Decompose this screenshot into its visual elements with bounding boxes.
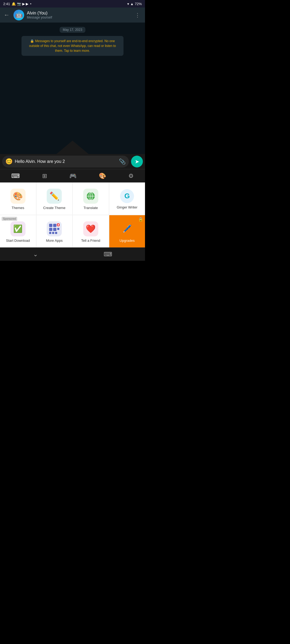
ginger-writer-icon: G — [120, 189, 134, 203]
extensions-toolbar-icon[interactable]: ⊞ — [40, 170, 49, 182]
ginger-writer-label: Ginger Writer — [117, 205, 137, 209]
chat-info[interactable]: Alvin (You) Message yourself — [27, 11, 130, 19]
date-badge: May 17, 2023 — [60, 27, 86, 33]
app-item-ginger-writer[interactable]: G Ginger Writer — [109, 182, 145, 215]
start-download-label: Start Download — [6, 239, 30, 243]
avatar: 🤖 — [13, 10, 24, 20]
app-item-upgrades[interactable]: 🔒 🖊️ Upgrades — [109, 215, 145, 247]
contact-subtitle: Message yourself — [27, 16, 130, 19]
upgrades-icon: 🖊️ — [119, 221, 135, 236]
input-bar: 😊 📎 ➤ — [0, 154, 145, 169]
bottom-nav: ⌄ ⌨ — [0, 247, 145, 261]
svg-rect-13 — [55, 232, 57, 234]
app-item-start-download[interactable]: Sponsored ✅ Start Download — [0, 215, 36, 247]
svg-rect-5 — [53, 224, 56, 227]
notification-icons: 🔔 📷 ▶ ▶ — [12, 2, 28, 6]
send-button[interactable]: ➤ — [131, 156, 143, 167]
app-item-translate[interactable]: Translate — [73, 182, 109, 215]
create-theme-icon: ✏️ — [47, 189, 62, 204]
app-grid: 🎨 Themes ✏️ Create Theme Translate G Gin… — [0, 182, 145, 247]
emoji-button[interactable]: 😊 — [5, 158, 13, 165]
signal-icon: ▲ — [130, 2, 134, 6]
app-item-create-theme[interactable]: ✏️ Create Theme — [37, 182, 73, 215]
status-right: ▾ ▲ 72% — [127, 2, 142, 6]
more-options-button[interactable]: ⋮ — [133, 11, 142, 19]
translate-globe-svg — [86, 192, 95, 201]
battery-level: 72% — [135, 2, 142, 6]
more-apps-svg: * — [48, 223, 60, 235]
message-input[interactable] — [15, 159, 117, 164]
sponsored-badge: Sponsored — [2, 217, 17, 221]
avatar-image: 🤖 — [13, 10, 24, 20]
keyboard-hint-triangle — [56, 141, 89, 154]
app-item-themes[interactable]: 🎨 Themes — [0, 182, 36, 215]
attach-button[interactable]: 📎 — [119, 158, 126, 165]
app-item-more-apps[interactable]: * More Apps — [37, 215, 73, 247]
tell-a-friend-label: Tell a Friend — [81, 239, 100, 243]
themes-label: Themes — [12, 206, 24, 210]
system-message[interactable]: 🔒 Messages to yourself are end-to-end en… — [21, 36, 124, 56]
chat-area: May 17, 2023 🔒 Messages to yourself are … — [0, 23, 145, 154]
svg-rect-9 — [53, 228, 56, 231]
keyboard-toolbar: ⌨ ⊞ 🎮 🎨 ⚙ — [0, 169, 145, 182]
upgrades-label: Upgrades — [119, 239, 135, 243]
svg-rect-12 — [52, 232, 54, 234]
themes-toolbar-icon[interactable]: 🎨 — [97, 170, 108, 182]
bottom-chevron-button[interactable]: ⌄ — [22, 249, 49, 260]
svg-text:*: * — [57, 223, 58, 226]
bottom-keyboard-button[interactable]: ⌨ — [93, 249, 123, 260]
settings-toolbar-icon[interactable]: ⚙ — [126, 170, 136, 182]
themes-icon: 🎨 — [10, 189, 26, 204]
more-apps-icon: * — [47, 221, 62, 236]
translate-icon — [83, 189, 98, 204]
svg-rect-10 — [57, 228, 59, 230]
back-button[interactable]: ← — [3, 10, 11, 20]
status-bar: 2:41 🔔 📷 ▶ ▶ • ▾ ▲ 72% — [0, 0, 145, 8]
wifi-icon: ▾ — [127, 2, 129, 6]
lock-icon: 🔒 — [138, 217, 143, 222]
send-icon: ➤ — [135, 158, 139, 165]
contact-name: Alvin (You) — [27, 11, 130, 16]
svg-rect-11 — [49, 232, 51, 234]
games-toolbar-icon[interactable]: 🎮 — [67, 170, 79, 182]
chat-header: ← 🤖 Alvin (You) Message yourself ⋮ — [0, 8, 145, 23]
more-apps-label: More Apps — [46, 239, 63, 243]
translate-label: Translate — [84, 206, 98, 210]
keyboard-toolbar-icon[interactable]: ⌨ — [9, 170, 22, 182]
app-item-tell-a-friend[interactable]: ❤️ Tell a Friend — [73, 215, 109, 247]
start-download-icon: ✅ — [10, 221, 26, 236]
svg-rect-4 — [49, 224, 52, 227]
status-time: 2:41 — [3, 2, 10, 6]
status-left: 2:41 🔔 📷 ▶ ▶ • — [3, 2, 31, 6]
tell-a-friend-icon: ❤️ — [83, 221, 98, 236]
svg-rect-8 — [49, 228, 52, 231]
dot-indicator: • — [30, 2, 31, 6]
create-theme-label: Create Theme — [43, 206, 66, 210]
input-wrapper: 😊 📎 — [2, 156, 129, 167]
